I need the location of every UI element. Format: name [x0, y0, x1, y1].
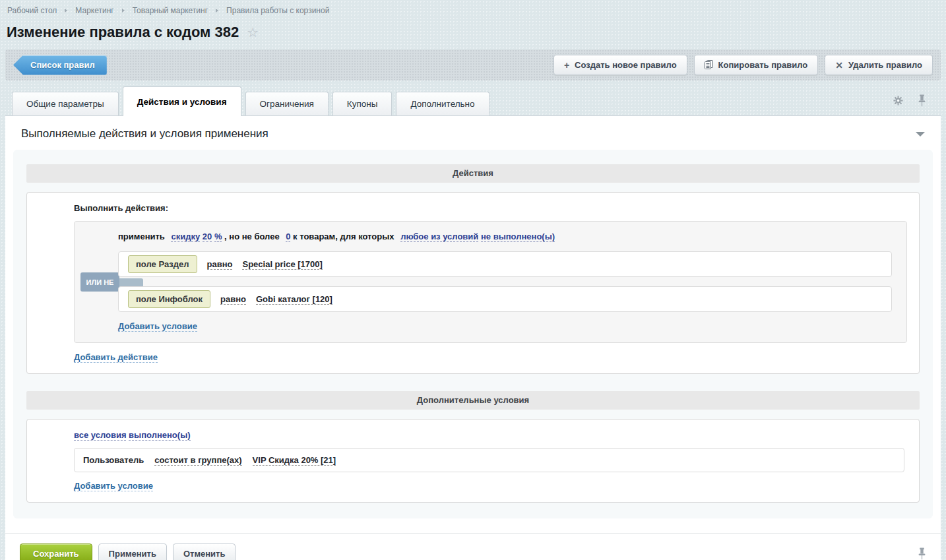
create-rule-button[interactable]: + Создать новое правило — [553, 55, 687, 75]
tab-general[interactable]: Общие параметры — [12, 92, 119, 115]
rule-builder: Действия Выполнить действия: ИЛИ НЕ прим… — [13, 150, 933, 518]
collapse-arrow-icon[interactable] — [916, 132, 925, 137]
pin-icon[interactable] — [918, 547, 926, 560]
action-row: применить скидку 20 % , но не более 0 к … — [75, 232, 892, 241]
action-max-link[interactable]: 0 — [286, 232, 290, 242]
favorite-star-icon[interactable]: ☆ — [247, 26, 259, 39]
condition-field-label: Пользователь — [83, 455, 144, 465]
cancel-button[interactable]: Отменить — [173, 544, 236, 560]
tab-additional[interactable]: Дополнительно — [396, 92, 489, 115]
tab-restrictions[interactable]: Ограничения — [245, 92, 329, 115]
add-condition-link[interactable]: Добавить условие — [118, 321, 197, 332]
breadcrumb-separator-icon — [122, 9, 125, 13]
action-not-met-link[interactable]: не выполнено(ы) — [481, 232, 555, 242]
breadcrumb-item-desktop[interactable]: Рабочий стол — [7, 6, 57, 15]
action-value-link[interactable]: 20 — [203, 232, 212, 242]
group-operator-badge[interactable]: ИЛИ НЕ — [80, 272, 119, 292]
gear-icon[interactable] — [893, 96, 903, 106]
breadcrumb: Рабочий стол Маркетинг Товарный маркетин… — [0, 0, 946, 15]
action-for-products-label: к товарам, для которых — [293, 232, 394, 241]
breadcrumb-separator-icon — [65, 9, 67, 13]
action-unit-link[interactable]: % — [214, 232, 222, 242]
action-but-not-more-label: , но не более — [224, 232, 280, 241]
breadcrumb-item-product-marketing[interactable]: Товарный маркетинг — [133, 6, 208, 15]
delete-rule-button[interactable]: ✕ Удалить правило — [825, 55, 933, 75]
tab-coupons[interactable]: Купоны — [332, 92, 393, 115]
condition-row: Пользователь состоит в группе(ах) VIP Ск… — [74, 448, 904, 472]
condition-row: поле Раздел равно Special price [1700] — [118, 251, 892, 277]
condition-operator-link[interactable]: состоит в группе(ах) — [154, 455, 241, 466]
add-action-link[interactable]: Добавить действие — [74, 352, 158, 363]
all-conditions-link[interactable]: все условия — [74, 430, 126, 441]
page-header: Изменение правила с кодом 382 ☆ — [0, 15, 946, 47]
save-button[interactable]: Сохранить — [20, 544, 92, 560]
extra-conditions-logic-row: все условия выполнено(ы) — [74, 430, 904, 440]
action-any-of-conditions-link[interactable]: любое из условий — [400, 232, 478, 242]
page-title: Изменение правила с кодом 382 — [7, 24, 239, 41]
condition-value-link[interactable]: Gobi каталог [120] — [256, 294, 332, 305]
toolbar: Список правил + Создать новое правило Ко… — [5, 49, 941, 80]
breadcrumb-separator-icon — [216, 9, 218, 13]
rules-list-button[interactable]: Список правил — [13, 55, 107, 75]
breadcrumb-item-cart-rules[interactable]: Правила работы с корзиной — [226, 6, 329, 15]
pin-icon[interactable] — [918, 94, 926, 107]
action-group-box: ИЛИ НЕ применить скидку 20 % , но не бол… — [74, 221, 907, 343]
extra-conditions-box: все условия выполнено(ы) Пользователь со… — [26, 419, 920, 503]
form-footer: Сохранить Применить Отменить — [5, 533, 941, 560]
plus-icon: + — [564, 61, 569, 70]
condition-field-badge[interactable]: поле Раздел — [128, 255, 197, 273]
tab-bar-icons — [893, 94, 926, 107]
toolbar-actions: + Создать новое правило Копировать прави… — [553, 55, 933, 75]
condition-operator-link[interactable]: равно — [220, 294, 246, 305]
condition-value-link[interactable]: Special price [1700] — [242, 259, 322, 270]
tab-actions-conditions[interactable]: Действия и условия — [123, 86, 241, 116]
conditions-met-link[interactable]: выполнено(ы) — [129, 430, 190, 441]
action-discount-link[interactable]: скидку — [171, 232, 200, 242]
breadcrumb-item-marketing[interactable]: Маркетинг — [75, 6, 113, 15]
x-icon: ✕ — [835, 61, 843, 70]
condition-row: поле Инфоблок равно Gobi каталог [120] — [118, 286, 892, 312]
condition-field-badge[interactable]: поле Инфоблок — [128, 290, 210, 308]
copy-rule-label: Копировать правило — [718, 60, 808, 70]
apply-button[interactable]: Применить — [98, 544, 167, 560]
condition-value-link[interactable]: VIP Скидка 20% [21] — [253, 455, 336, 466]
delete-rule-label: Удалить правило — [848, 60, 922, 70]
create-rule-label: Создать новое правило — [575, 60, 677, 70]
extra-conditions-header-bar: Дополнительные условия — [26, 391, 920, 410]
copy-icon — [705, 60, 713, 71]
copy-rule-button[interactable]: Копировать правило — [694, 55, 819, 75]
perform-actions-label: Выполнить действия: — [74, 203, 907, 213]
add-condition-link[interactable]: Добавить условие — [74, 481, 153, 491]
section-title: Выполняемые действия и условия применени… — [21, 127, 268, 140]
actions-box: Выполнить действия: ИЛИ НЕ применить ски… — [26, 192, 920, 374]
main-panel: Выполняемые действия и условия применени… — [5, 115, 941, 560]
action-apply-label: применить — [118, 232, 165, 241]
actions-header-bar: Действия — [26, 164, 920, 183]
tab-bar: Общие параметры Действия и условия Огран… — [5, 86, 941, 115]
condition-operator-link[interactable]: равно — [207, 259, 233, 270]
section-header: Выполняемые действия и условия применени… — [5, 116, 941, 146]
